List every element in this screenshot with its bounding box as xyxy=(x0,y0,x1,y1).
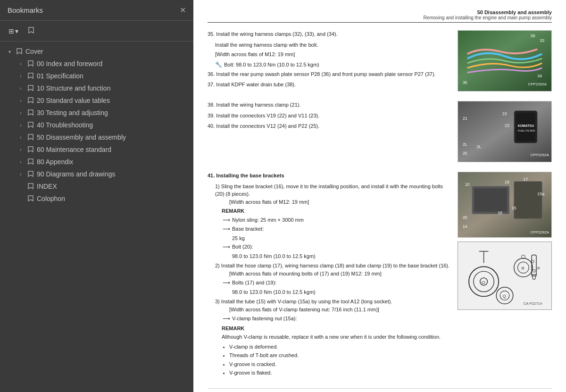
bullet-1: V-clamp is deformed. xyxy=(229,343,450,351)
bookmark-icon-cover xyxy=(16,48,23,55)
bookmark-icon-40 xyxy=(27,121,34,129)
svg-text:CPP229ZA: CPP229ZA xyxy=(530,153,549,157)
expand-arrow-50: › xyxy=(17,133,25,141)
sidebar-item-10[interactable]: › 10 Structure and function xyxy=(0,82,193,94)
content-body: 35. Install the wiring harness clamps (3… xyxy=(208,30,552,379)
step-35-sub1: Install the wiring harness clamp with th… xyxy=(208,41,450,49)
sidebar-item-30[interactable]: › 30 Testing and adjusting xyxy=(0,107,193,119)
step-41-bolts17: ⟶ Bolts (17) and (19): xyxy=(215,279,450,287)
svg-text:21: 21 xyxy=(463,116,467,121)
expand-arrow-10: › xyxy=(17,84,25,92)
svg-text:16: 16 xyxy=(498,210,502,215)
item-01-label: 01 Specification xyxy=(37,72,83,80)
item-50-label: 50 Disassembly and assembly xyxy=(37,133,126,141)
content-row-41: 41. Installing the base brackets 1) Slin… xyxy=(208,172,552,379)
list-view-button[interactable]: ⊞ ▾ xyxy=(6,25,21,37)
bullet-3: V-groove is cracked. xyxy=(229,360,450,368)
sidebar-item-80[interactable]: › 80 Appendix xyxy=(0,156,193,168)
expand-arrow-30: › xyxy=(17,109,25,117)
svg-text:20: 20 xyxy=(463,215,467,220)
item-20-label: 20 Standard value tables xyxy=(37,97,110,104)
svg-text:25: 25 xyxy=(463,151,467,156)
step-41-sub3b: [Width across flats of V-clamp fastening… xyxy=(215,306,450,314)
page-footer: PC210LC-10 50-107 xyxy=(208,388,552,392)
expand-arrow-90: › xyxy=(17,170,25,178)
image-section-filter: KOMATSU FUEL FILTER 21 22 23 2L 2L 25 CP… xyxy=(458,101,552,166)
image-section-bracket-vclamp: 10 18 17 15a 16 15 20 14 CPP229ZA xyxy=(458,172,552,379)
item-10-label: 10 Structure and function xyxy=(37,84,110,92)
svg-text:CPP229ZA: CPP229ZA xyxy=(530,230,549,234)
sidebar-item-01[interactable]: › 01 Specification xyxy=(0,70,193,82)
svg-text:O: O xyxy=(482,280,485,285)
bookmark-icon-20 xyxy=(27,97,34,104)
svg-text:2L: 2L xyxy=(477,144,482,149)
text-section-38-40: 38. Install the wiring harness clamp (21… xyxy=(208,101,450,166)
image-connectors: KOMATSU FUEL FILTER 21 22 23 2L 2L 25 CP… xyxy=(458,101,552,162)
sidebar-item-90[interactable]: › 90 Diagrams and drawings xyxy=(0,168,193,180)
bookmark-icon-60 xyxy=(27,146,34,153)
svg-rect-33 xyxy=(458,242,551,309)
svg-text:14: 14 xyxy=(463,225,467,229)
step-35-bolt: 🔧 Bolt: 98.0 to 123.0 Nm (10.0 to 12.5 k… xyxy=(208,60,450,69)
vclamp-conditions: V-clamp is deformed. Threads of T-bolt a… xyxy=(215,343,450,377)
weight-icon: ⟶ xyxy=(223,225,230,233)
step-41-sub3-block: 3) Install the tube (15) with V-clamp (1… xyxy=(208,298,450,377)
svg-text:KOMATSU: KOMATSU xyxy=(518,124,534,127)
step-41-remark1-label: REMARK xyxy=(215,207,450,215)
step-35-sub2: [Width across flats of M12: 19 mm] xyxy=(208,50,450,58)
bookmark-icon-50 xyxy=(27,133,34,141)
wiring-svg: 38 33 34 35 CPP229ZA xyxy=(458,30,551,92)
expand-arrow-cover: ▾ xyxy=(6,48,13,55)
svg-text:17: 17 xyxy=(524,177,528,182)
bolt-icon-17: ⟶ xyxy=(223,279,230,287)
step-38-main: 38. Install the wiring harness clamp (21… xyxy=(208,101,450,109)
cover-label: Cover xyxy=(25,48,43,55)
item-40-label: 40 Troubleshooting xyxy=(37,121,93,129)
svg-text:15: 15 xyxy=(512,206,516,210)
svg-text:2L: 2L xyxy=(463,142,467,147)
wrench-icon-35: 🔧 xyxy=(215,60,222,69)
item-colophon-label: Colophon xyxy=(37,195,65,202)
step-37-main: 37. Install KDPF water drain tube (38). xyxy=(208,81,450,89)
filter-svg: KOMATSU FUEL FILTER 21 22 23 2L 2L 25 CP… xyxy=(458,101,551,162)
sidebar-title: Bookmarks xyxy=(8,6,43,14)
step-41-sub3-text: Install the tube (15) with V-clamp (15a)… xyxy=(221,299,392,304)
expand-arrow-20: › xyxy=(17,97,25,104)
svg-text:38: 38 xyxy=(530,34,535,39)
bookmark-icon-01 xyxy=(27,72,34,80)
step-41-sub2-num: 2) xyxy=(215,263,220,268)
vclamp-diagram-svg: O Q R xyxy=(458,242,551,309)
sidebar-item-00[interactable]: › 00 Index and foreword xyxy=(0,58,193,70)
sidebar-item-index[interactable]: › INDEX xyxy=(0,180,193,192)
sidebar-item-colophon[interactable]: › Colophon xyxy=(0,192,193,205)
item-90-label: 90 Diagrams and drawings xyxy=(37,170,116,178)
tree-item-cover[interactable]: ▾ Cover xyxy=(0,45,193,58)
text-section-35-37: 35. Install the wiring harness clamps (3… xyxy=(208,30,450,95)
close-button[interactable]: ✕ xyxy=(180,6,186,15)
step-41-sub1-num: 1) xyxy=(215,183,220,189)
sidebar-item-20[interactable]: › 20 Standard value tables xyxy=(0,94,193,107)
svg-text:P: P xyxy=(537,266,540,271)
step-41-bolt20: ⟶ Bolt (20): xyxy=(215,243,450,251)
step-41-sub2-torque: 98.0 to 123.0 Nm (10.0 to 12.5 kgm) xyxy=(215,288,450,296)
step-41-main: 41. Installing the base brackets xyxy=(208,172,450,180)
step-36-main: 36. Install the rear pump swash plate se… xyxy=(208,70,450,78)
sidebar: Bookmarks ✕ ⊞ ▾ ▾ Cover › xyxy=(0,0,193,392)
step-41-base-bracket: ⟶ Base bracket: xyxy=(215,225,450,233)
svg-rect-23 xyxy=(514,182,542,219)
bookmark-icon-10 xyxy=(27,84,34,92)
bookmark-add-button[interactable] xyxy=(25,25,37,37)
sidebar-item-40[interactable]: › 40 Troubleshooting xyxy=(0,119,193,131)
sidebar-item-60[interactable]: › 60 Maintenance standard xyxy=(0,143,193,156)
step-41-vclamp-nut: ⟶ V-clamp fastening nut (15a): xyxy=(215,315,450,323)
item-00-label: 00 Index and foreword xyxy=(37,60,102,67)
sling-icon: ⟶ xyxy=(223,216,230,224)
bookmark-icon-index xyxy=(27,183,34,190)
expand-arrow-60: › xyxy=(17,146,25,153)
sidebar-item-50[interactable]: › 50 Disassembly and assembly xyxy=(0,131,193,143)
bookmark-icon-30 xyxy=(27,109,34,117)
expand-arrow-01: › xyxy=(17,72,25,80)
page-header-subtitle: Removing and installing the engine and m… xyxy=(208,15,552,20)
svg-rect-22 xyxy=(474,188,507,212)
step-41-remark2-text: Although V-clamp is reusable, replace it… xyxy=(215,333,450,341)
